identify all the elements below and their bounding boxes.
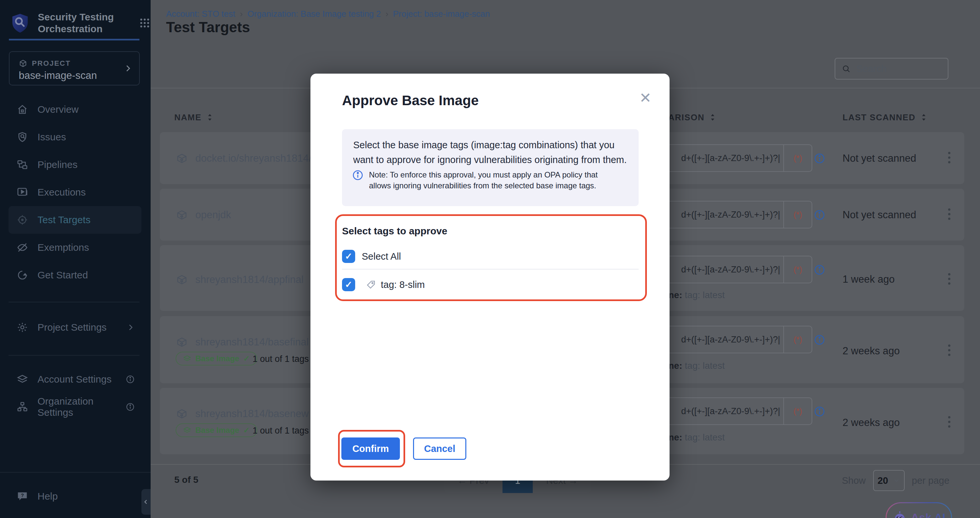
sidebar-item-label: Account Settings <box>38 374 111 385</box>
breadcrumb-project[interactable]: Project: base-image-scan <box>393 9 490 19</box>
container-icon <box>176 408 188 420</box>
shield-search-icon <box>16 131 28 143</box>
target-name-cell: openjdk <box>176 209 231 221</box>
app-grid-icon[interactable] <box>139 17 151 29</box>
row-menu-kebab-icon[interactable] <box>942 345 956 356</box>
sidebar-divider <box>8 302 140 302</box>
sort-icon[interactable] <box>709 113 716 122</box>
modal-note: Note: To enforce this approval, you must… <box>369 169 602 191</box>
gear-icon <box>16 321 28 333</box>
close-icon[interactable]: ✕ <box>639 91 651 105</box>
breadcrumb-separator: › <box>240 9 243 19</box>
sidebar-item-help[interactable]: ? Help <box>8 483 142 510</box>
target-name-cell: shreyansh1814/appfinal <box>176 273 304 286</box>
sidebar-collapse-handle[interactable] <box>142 489 151 515</box>
sidebar-item-project-settings[interactable]: Project Settings <box>8 313 142 341</box>
chevron-down-icon <box>893 477 900 484</box>
sidebar-item-overview[interactable]: Overview <box>8 95 142 123</box>
app-header: Security Testing Orchestration <box>11 11 151 35</box>
modal-description: Select the base image tags (image:tag co… <box>353 138 629 167</box>
search-input[interactable] <box>856 64 939 74</box>
info-circle-icon[interactable] <box>814 209 826 221</box>
info-circle-icon[interactable] <box>814 405 826 418</box>
executions-icon <box>16 186 28 198</box>
sidebar-item-organization-settings[interactable]: Organization Settings <box>8 393 142 421</box>
column-header-name[interactable]: NAME <box>174 112 213 123</box>
row-menu-kebab-icon[interactable] <box>942 208 956 220</box>
info-circle-icon[interactable] <box>814 264 826 276</box>
target-name-cell: docket.io/shreyansh1814/ba <box>176 152 323 165</box>
ask-ai-button[interactable]: Ask AI <box>886 502 952 518</box>
row-menu-kebab-icon[interactable] <box>942 152 956 164</box>
sidebar-item-account-settings[interactable]: Account Settings <box>8 365 142 393</box>
info-circle-icon <box>352 169 364 191</box>
target-name: shreyansh1814/basenew <box>195 408 309 420</box>
sidebar-item-label: Test Targets <box>38 214 91 226</box>
confirm-button[interactable]: Confirm <box>341 437 400 460</box>
select-all-checkbox[interactable]: ✓ <box>342 250 355 263</box>
modal-info-panel: Select the base image tags (image:tag co… <box>342 129 639 206</box>
base-image-icon <box>183 354 191 363</box>
org-icon <box>16 401 28 413</box>
sidebar-item-pipelines[interactable]: Pipelines <box>8 151 142 178</box>
row-menu-kebab-icon[interactable] <box>942 273 956 284</box>
home-icon <box>16 103 28 115</box>
cancel-button[interactable]: Cancel <box>413 437 466 460</box>
container-icon <box>176 273 188 286</box>
sidebar-item-label: Overview <box>38 104 79 115</box>
sort-icon[interactable] <box>920 113 928 122</box>
per-page-label: per page <box>912 475 950 486</box>
sidebar-item-label: Project Settings <box>38 322 107 333</box>
base-image-icon <box>183 426 191 434</box>
baseline-value: tag: latest <box>685 361 724 371</box>
info-circle-icon[interactable] <box>814 334 826 346</box>
info-icon[interactable] <box>126 375 135 384</box>
page-size-select[interactable]: 20 <box>873 470 905 491</box>
column-label: LAST SCANNED <box>843 113 916 122</box>
column-header-last-scanned[interactable]: LAST SCANNED <box>843 112 928 123</box>
container-icon <box>176 209 188 221</box>
project-label: PROJECT <box>32 59 71 68</box>
modal-note-row: Note: To enforce this approval, you must… <box>352 169 602 191</box>
page-size-value: 20 <box>877 475 888 486</box>
svg-text:?: ? <box>21 493 24 498</box>
baseline-value: tag: latest <box>685 290 724 300</box>
app-root: Security Testing Orchestration PROJECT <box>0 0 980 518</box>
breadcrumb-separator: › <box>385 9 388 19</box>
check-icon: ✓ <box>243 426 250 435</box>
tag-icon <box>366 280 376 290</box>
container-icon <box>176 336 188 348</box>
sidebar-item-issues[interactable]: Issues <box>8 123 142 151</box>
regex-badge: (*) <box>783 326 811 353</box>
select-all-label[interactable]: Select All <box>362 251 401 262</box>
container-icon <box>176 152 188 165</box>
sidebar-item-executions[interactable]: Executions <box>8 178 142 206</box>
badge-label: Base Image <box>195 426 239 435</box>
regex-badge: (*) <box>783 256 811 283</box>
search-box[interactable] <box>835 58 948 79</box>
breadcrumb-organization[interactable]: Organization: Base Image testing 2 <box>247 9 381 19</box>
regex-badge: (*) <box>783 202 811 228</box>
sort-icon[interactable] <box>206 113 213 122</box>
sidebar-item-label: Organization Settings <box>38 396 116 418</box>
info-icon[interactable] <box>126 402 135 412</box>
search-icon <box>841 64 851 74</box>
ask-ai-bird-icon <box>892 510 907 518</box>
breadcrumb-account[interactable]: Account: STO test <box>166 9 235 19</box>
sidebar-item-label: Help <box>38 491 58 502</box>
help-icon: ? <box>16 490 28 502</box>
eye-off-icon <box>16 242 28 253</box>
last-scanned: 2 weeks ago <box>843 417 900 429</box>
row-menu-kebab-icon[interactable] <box>942 416 956 427</box>
sidebar-item-label: Exemptions <box>38 242 89 253</box>
project-selector[interactable]: PROJECT base-image-scan <box>9 51 140 86</box>
tag-checkbox[interactable]: ✓ <box>342 278 355 291</box>
sidebar-item-label: Pipelines <box>38 159 78 170</box>
sidebar-item-get-started[interactable]: Get Started <box>8 261 142 289</box>
sidebar-item-exemptions[interactable]: Exemptions <box>8 234 142 261</box>
breadcrumb: Account: STO test › Organization: Base I… <box>166 8 490 20</box>
sidebar-item-test-targets[interactable]: Test Targets <box>8 206 142 234</box>
sidebar-divider <box>8 355 140 356</box>
info-circle-icon[interactable] <box>814 153 826 164</box>
tag-item-label[interactable]: tag: 8-slim <box>381 280 425 290</box>
